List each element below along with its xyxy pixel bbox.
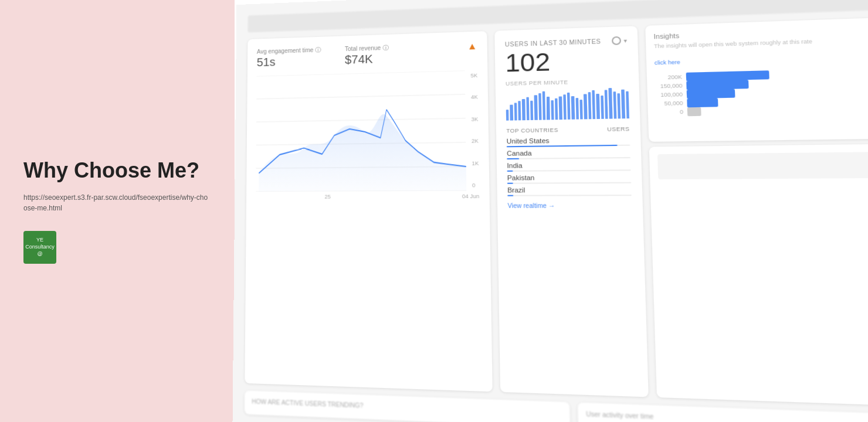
- country-bar-track: [507, 169, 631, 172]
- top-countries-label: TOP COUNTRIES: [506, 127, 558, 134]
- settings-icon-area: ▾: [612, 36, 627, 45]
- country-bar-track: [507, 157, 630, 159]
- country-row: India: [507, 161, 630, 172]
- bar-item: [551, 100, 554, 120]
- bar-item: [514, 103, 517, 120]
- y-label-1k: 1K: [472, 160, 479, 166]
- favicon: YE Consultancy @: [23, 231, 56, 264]
- bar-item: [605, 90, 608, 118]
- top-countries-users-label: USERS: [607, 126, 629, 132]
- bottom-card-title: HOW ARE ACTIVE USERS TRENDING?: [252, 398, 562, 417]
- engagement-value: 51s: [257, 54, 321, 69]
- bar-item: [530, 100, 533, 120]
- bar-item: [584, 94, 587, 119]
- bottom-card-activity: User activity over time: [578, 403, 868, 422]
- revenue-metric: Total revenue ⓘ $74K: [345, 44, 389, 67]
- bar-item: [626, 91, 629, 119]
- page-url: https://seoexpert.s3.fr-par.scw.cloud/fs…: [23, 192, 211, 213]
- bottom-card-trending: HOW ARE ACTIVE USERS TRENDING?: [245, 390, 570, 422]
- bar-item: [542, 91, 546, 120]
- favicon-line2: @: [37, 251, 42, 258]
- country-name: India: [507, 161, 630, 169]
- bar-item: [596, 94, 599, 119]
- country-bar-fill: [507, 158, 519, 159]
- country-row: Pakistan: [507, 173, 632, 184]
- country-bar-fill: [507, 195, 513, 196]
- bar-item: [518, 101, 521, 121]
- x-axis-labels: 25 04 Jun: [256, 193, 479, 200]
- y-label-5k: 5K: [470, 73, 477, 79]
- bar-item: [563, 94, 567, 120]
- bar-item: [621, 90, 625, 119]
- country-bar-track: [507, 195, 632, 196]
- bar-item: [571, 96, 575, 120]
- bar-label-2: 150,000: [655, 82, 683, 89]
- users-count: 102: [505, 47, 628, 76]
- country-row: Canada: [507, 148, 630, 159]
- country-bar-fill: [507, 183, 513, 184]
- insight-link[interactable]: click here: [655, 52, 868, 66]
- country-name: Brazil: [507, 186, 632, 194]
- x-label-25: 25: [325, 194, 331, 200]
- warning-icon: ▲: [467, 41, 477, 52]
- country-row: United States: [507, 136, 630, 148]
- y-axis-labels: 5K 4K 3K 2K 1K 0: [470, 70, 479, 191]
- y-label-3k: 3K: [471, 116, 478, 122]
- country-bar-track: [507, 145, 630, 148]
- bar-item: [601, 96, 604, 119]
- bar-label-5: 0: [656, 108, 683, 115]
- bar-item: [526, 97, 530, 120]
- bar-item: [567, 93, 571, 120]
- view-realtime-link[interactable]: View realtime →: [507, 202, 632, 209]
- country-name: United States: [507, 136, 630, 145]
- chart-header: Avg engagement time ⓘ 51s Total revenue …: [257, 41, 477, 69]
- left-panel: Why Choose Me? https://seoexpert.s3.fr-p…: [0, 0, 235, 422]
- country-row: Brazil: [507, 186, 632, 196]
- bar-label-3: 100,000: [656, 91, 683, 98]
- bar-item: [613, 91, 616, 118]
- revenue-value: $74K: [345, 52, 389, 67]
- country-bar-fill: [507, 145, 618, 147]
- chart-card: Avg engagement time ⓘ 51s Total revenue …: [245, 31, 492, 392]
- bar-label-4: 50,000: [656, 100, 683, 107]
- bar-item: [522, 99, 525, 121]
- bar-item: [510, 104, 513, 120]
- y-label-2k: 2K: [472, 138, 479, 144]
- country-bar-fill: [507, 171, 513, 172]
- country-name: Pakistan: [507, 173, 631, 182]
- bar-fill-2: [686, 80, 748, 90]
- chevron-down-icon[interactable]: ▾: [623, 37, 627, 44]
- x-label-jun: 04 Jun: [462, 193, 479, 199]
- y-label-4k: 4K: [471, 94, 478, 100]
- users-card-header: USERS IN LAST 30 MINUTES ▾: [505, 36, 628, 49]
- extra-desc: [657, 151, 868, 179]
- bar-item: [506, 110, 509, 120]
- page-title: Why Choose Me?: [23, 158, 211, 183]
- svg-line-2: [256, 118, 466, 122]
- horiz-bars-container: 200K 150,000 100,000 50,000: [655, 66, 868, 116]
- horiz-bar-chart: The insights will open this web system r…: [654, 35, 868, 134]
- countries-list: United StatesCanadaIndiaPakistanBrazil: [507, 136, 632, 199]
- right-card-extra: [649, 143, 868, 407]
- bar-item: [559, 96, 562, 120]
- bar-item: [538, 93, 542, 120]
- country-bar-track: [507, 182, 631, 184]
- extra-desc2: [659, 183, 868, 184]
- favicon-line1: YE Consultancy: [23, 237, 56, 250]
- bar-fill-5: [687, 107, 701, 115]
- users-per-minute-label: USERS PER MINUTE: [506, 78, 628, 87]
- line-chart-svg: [256, 70, 466, 192]
- bar-item: [579, 100, 583, 120]
- users-card: USERS IN LAST 30 MINUTES ▾ 102 USERS PER…: [494, 26, 649, 397]
- engagement-metric: Avg engagement time ⓘ 51s: [257, 46, 321, 69]
- bar-item: [592, 90, 595, 119]
- bottom-card-chart-label: User activity over time: [586, 410, 868, 422]
- refresh-circle-icon[interactable]: [612, 36, 621, 45]
- top-countries-header: TOP COUNTRIES USERS: [506, 126, 629, 134]
- bar-item: [617, 93, 621, 118]
- view-all-link[interactable]: View all users →: [656, 118, 868, 134]
- line-chart-area: 5K 4K 3K 2K 1K 0: [256, 70, 479, 192]
- right-section: Insights The insights will open this web…: [645, 16, 868, 408]
- svg-line-1: [256, 94, 465, 99]
- bar-item: [547, 97, 550, 120]
